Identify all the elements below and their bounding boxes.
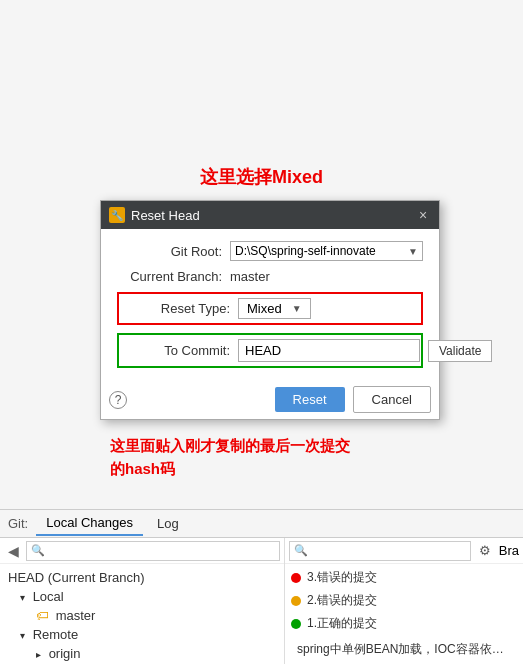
- commit-text-1: 1.正确的提交: [307, 615, 377, 632]
- left-search-input[interactable]: [48, 544, 275, 558]
- commit-item-spring[interactable]: spring中单例BEAN加载，IOC容器依赖...: [285, 635, 523, 664]
- reset-type-select[interactable]: Mixed ▼: [238, 298, 311, 319]
- to-commit-label: To Commit:: [125, 343, 230, 358]
- commit-item-3[interactable]: 3.错误的提交: [285, 566, 523, 589]
- git-root-dropdown-arrow: ▼: [408, 246, 418, 257]
- current-branch-value: master: [230, 269, 270, 284]
- git-root-value: D:\SQ\spring-self-innovate: [235, 244, 404, 258]
- commit-dot-orange: [291, 596, 301, 606]
- origin-label: origin: [49, 646, 81, 661]
- left-toolbar: ◀ 🔍: [0, 538, 284, 564]
- tree-content: HEAD (Current Branch) ▾ Local 🏷 master ▾…: [0, 564, 284, 664]
- git-label: Git:: [8, 516, 28, 531]
- main-area: 这里选择Mixed 🔧 Reset Head × Git Root: D:\SQ…: [0, 0, 523, 510]
- reset-type-dropdown-arrow: ▼: [292, 303, 302, 314]
- tab-log[interactable]: Log: [147, 512, 189, 535]
- commit-list: 3.错误的提交 2.错误的提交 1.正确的提交 spring中单例BEAN加载，…: [285, 564, 523, 664]
- reset-type-value: Mixed: [247, 301, 282, 316]
- tab-local-changes[interactable]: Local Changes: [36, 511, 143, 536]
- git-root-row: Git Root: D:\SQ\spring-self-innovate ▼: [117, 241, 423, 261]
- right-toolbar: 🔍 ⚙ Bra: [285, 538, 523, 564]
- spring-commit-text: spring中单例BEAN加载，IOC容器依赖...: [291, 638, 517, 661]
- current-branch-label: Current Branch:: [117, 269, 222, 284]
- tree-item-remote[interactable]: ▾ Remote: [0, 625, 284, 644]
- bottom-content: ◀ 🔍 HEAD (Current Branch) ▾ Local: [0, 538, 523, 664]
- bottom-panel: Git: Local Changes Log ◀ 🔍 HEAD (Current…: [0, 509, 523, 664]
- left-search-icon: 🔍: [31, 544, 45, 557]
- current-branch-row: Current Branch: master: [117, 269, 423, 284]
- settings-icon[interactable]: ⚙: [475, 541, 495, 561]
- reset-type-label: Reset Type:: [125, 301, 230, 316]
- reset-type-row: Reset Type: Mixed ▼: [117, 292, 423, 325]
- git-tab-bar: Git: Local Changes Log: [0, 510, 523, 538]
- collapse-sidebar-button[interactable]: ◀: [4, 542, 22, 560]
- dialog-titlebar: 🔧 Reset Head ×: [101, 201, 439, 229]
- reset-head-dialog: 🔧 Reset Head × Git Root: D:\SQ\spring-se…: [100, 200, 440, 420]
- local-label: Local: [33, 589, 64, 604]
- right-search-icon: 🔍: [294, 544, 308, 557]
- annotation-bottom: 这里面贴入刚才复制的最后一次提交 的hash码: [110, 435, 350, 480]
- annotation-top: 这里选择Mixed: [200, 165, 323, 189]
- tree-item-head[interactable]: HEAD (Current Branch): [0, 568, 284, 587]
- git-root-label: Git Root:: [117, 244, 222, 259]
- right-search-input[interactable]: [311, 544, 466, 558]
- reset-button[interactable]: Reset: [275, 387, 345, 412]
- cancel-button[interactable]: Cancel: [353, 386, 431, 413]
- to-commit-row: To Commit: Validate: [117, 333, 423, 368]
- remote-label: Remote: [33, 627, 79, 642]
- left-panel: ◀ 🔍 HEAD (Current Branch) ▾ Local: [0, 538, 285, 664]
- dialog-close-button[interactable]: ×: [415, 207, 431, 223]
- branch-short-label: Bra: [499, 543, 519, 558]
- help-button[interactable]: ?: [109, 391, 127, 409]
- commit-text-2: 2.错误的提交: [307, 592, 377, 609]
- dialog-app-icon: 🔧: [109, 207, 125, 223]
- to-commit-input[interactable]: [238, 339, 420, 362]
- dialog-title: Reset Head: [131, 208, 200, 223]
- left-search-box: 🔍: [26, 541, 280, 561]
- head-label: HEAD (Current Branch): [8, 570, 145, 585]
- right-search-box: 🔍: [289, 541, 471, 561]
- commit-dot-green: [291, 619, 301, 629]
- commit-item-1[interactable]: 1.正确的提交: [285, 612, 523, 635]
- tree-item-master[interactable]: 🏷 master: [0, 606, 284, 625]
- commit-text-3: 3.错误的提交: [307, 569, 377, 586]
- git-root-select[interactable]: D:\SQ\spring-self-innovate ▼: [230, 241, 423, 261]
- right-panel: 🔍 ⚙ Bra 3.错误的提交 2.错误的提交: [285, 538, 523, 664]
- commit-item-2[interactable]: 2.错误的提交: [285, 589, 523, 612]
- master-label: master: [56, 608, 96, 623]
- dialog-buttons: ? Reset Cancel: [101, 380, 439, 419]
- titlebar-left: 🔧 Reset Head: [109, 207, 200, 223]
- commit-dot-red: [291, 573, 301, 583]
- dialog-body: Git Root: D:\SQ\spring-self-innovate ▼ C…: [101, 229, 439, 380]
- validate-button[interactable]: Validate: [428, 340, 492, 362]
- tree-item-origin[interactable]: ▸ origin: [0, 644, 284, 663]
- tree-item-local[interactable]: ▾ Local: [0, 587, 284, 606]
